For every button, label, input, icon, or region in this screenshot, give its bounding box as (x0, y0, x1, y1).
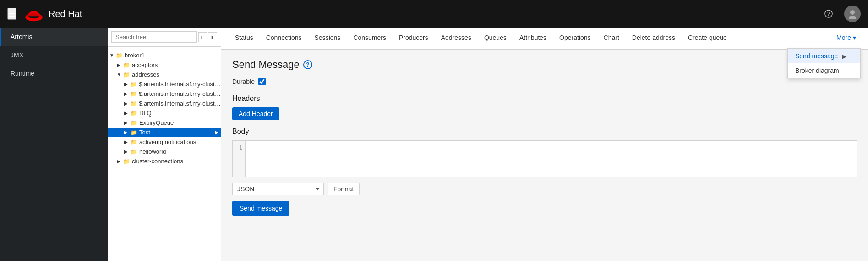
page-title-row: Send Message ? (232, 59, 857, 71)
tree-search-bar: □ ∎ (108, 28, 221, 47)
expand-arrow-test: ▶ (124, 130, 130, 135)
folder-icon: 📁 (123, 62, 130, 68)
durable-checkbox[interactable] (258, 78, 266, 85)
tree-node-label-broker1: broker1 (125, 52, 145, 59)
tree-content: ▼ 📁 broker1 ▶ 📁 acceptors ▼ 📁 addresses … (108, 47, 221, 261)
tree-node-expiryqueue[interactable]: ▶ 📁 ExpiryQueue (108, 118, 221, 128)
tab-consumers[interactable]: Consumers (347, 28, 393, 49)
expand-arrow-addresses: ▼ (117, 72, 122, 77)
folder-icon: 📁 (131, 120, 137, 126)
cursor-icon: ▶ (842, 53, 846, 60)
help-icon: ? (824, 10, 833, 18)
editor-content[interactable] (246, 141, 857, 177)
format-button[interactable]: Format (328, 183, 360, 195)
tree-node-label-cluster-connections: cluster-connections (132, 158, 183, 165)
expand-arrow-acceptors: ▶ (117, 62, 122, 67)
headers-section-title: Headers (232, 94, 857, 103)
folder-icon: 📁 (130, 91, 137, 97)
tab-status[interactable]: Status (229, 28, 260, 49)
tree-node-artemis2[interactable]: ▶ 📁 $.artemis.internal.sf.my-cluster.... (108, 89, 221, 99)
tab-connections[interactable]: Connections (260, 28, 308, 49)
tree-node-helloworld[interactable]: ▶ 📁 helloworld (108, 147, 221, 156)
brand-name: Red Hat (49, 9, 82, 19)
dropdown-item-broker-diagram[interactable]: Broker diagram (788, 63, 860, 78)
avatar-icon (847, 9, 857, 19)
tab-attributes[interactable]: Attributes (513, 28, 553, 49)
tree-node-label-test: Test (139, 129, 150, 136)
redhat-hat-icon (24, 6, 44, 22)
tree-node-label-artemis1: $.artemis.internal.sf.my-cluster.... (139, 81, 221, 88)
svg-text:?: ? (827, 11, 830, 17)
help-button[interactable]: ? (820, 6, 837, 22)
svg-point-5 (849, 16, 856, 19)
expand-arrow-artemis3: ▶ (124, 101, 129, 106)
tree-panel: □ ∎ ▼ 📁 broker1 ▶ 📁 acceptors ▼ 📁 addres… (108, 28, 221, 261)
folder-icon: 📁 (123, 158, 130, 165)
tree-node-label-artemis2: $.artemis.internal.sf.my-cluster.... (139, 90, 221, 97)
sidebar: Artemis JMX Runtime (0, 28, 108, 261)
tab-sessions[interactable]: Sessions (308, 28, 347, 49)
content-area: Status Connections Sessions Consumers Pr… (221, 28, 868, 261)
folder-icon: 📁 (131, 139, 137, 145)
tree-node-cluster-connections[interactable]: ▶ 📁 cluster-connections (108, 156, 221, 166)
expand-arrow-cluster-connections: ▶ (117, 159, 122, 164)
brand-logo: Red Hat (24, 6, 82, 22)
folder-icon: 📁 (130, 81, 137, 88)
help-circle-icon[interactable]: ? (303, 60, 312, 69)
expand-arrow-expiryqueue: ▶ (124, 120, 130, 125)
folder-icon: 📁 (130, 100, 137, 107)
tree-node-artemis3[interactable]: ▶ 📁 $.artemis.internal.sf.my-cluster.... (108, 99, 221, 108)
tree-node-test[interactable]: ▶ 📁 Test ▶ (108, 128, 221, 137)
send-message-button[interactable]: Send message (232, 201, 289, 216)
tree-node-dlq[interactable]: ▶ 📁 DLQ (108, 108, 221, 118)
dropdown-item-send-message[interactable]: Send message ▶ (788, 49, 860, 63)
tree-node-acceptors[interactable]: ▶ 📁 acceptors (108, 60, 221, 70)
user-avatar[interactable] (844, 6, 861, 22)
sidebar-item-runtime[interactable]: Runtime (0, 64, 108, 83)
tree-expand-all-button[interactable]: □ (198, 32, 207, 42)
durable-row: Durable (232, 78, 857, 85)
folder-icon: 📁 (131, 129, 137, 136)
body-editor: 1 (232, 140, 857, 177)
format-row: JSON XML Plain Text Format (232, 183, 857, 195)
folder-icon: 📁 (131, 110, 137, 117)
tab-more[interactable]: More ▾ Send message ▶ Broker diagram (832, 28, 861, 49)
tab-chart[interactable]: Chart (597, 28, 626, 49)
tab-create-queue[interactable]: Create queue (682, 28, 733, 49)
expand-arrow-helloworld: ▶ (124, 149, 130, 154)
tree-node-artemis1[interactable]: ▶ 📁 $.artemis.internal.sf.my-cluster.... (108, 79, 221, 89)
tree-node-activemq[interactable]: ▶ 📁 activemq.notifications (108, 137, 221, 147)
tab-producers[interactable]: Producers (393, 28, 435, 49)
durable-label: Durable (232, 78, 255, 85)
sidebar-item-artemis[interactable]: Artemis (0, 28, 108, 46)
folder-icon: 📁 (116, 52, 123, 59)
expand-arrow-artemis1: ▶ (124, 82, 129, 87)
tab-bar: Status Connections Sessions Consumers Pr… (221, 28, 868, 50)
tree-node-addresses[interactable]: ▼ 📁 addresses (108, 70, 221, 79)
tab-operations[interactable]: Operations (553, 28, 597, 49)
sidebar-item-jmx[interactable]: JMX (0, 46, 108, 64)
svg-point-4 (850, 10, 855, 15)
more-dropdown-menu: Send message ▶ Broker diagram (787, 48, 861, 78)
expand-arrow-dlq: ▶ (124, 111, 130, 116)
body-section-title: Body (232, 128, 857, 136)
folder-icon: 📁 (131, 149, 137, 155)
tree-node-label-helloworld: helloworld (139, 148, 166, 155)
expand-arrow-artemis2: ▶ (124, 91, 129, 96)
tree-node-label-expiryqueue: ExpiryQueue (139, 119, 174, 126)
expand-arrow-activemq: ▶ (124, 139, 130, 144)
expand-arrow-broker1: ▼ (109, 53, 115, 58)
tree-node-label-addresses: addresses (132, 71, 159, 78)
tab-queues[interactable]: Queues (478, 28, 513, 49)
navbar: ☰ Red Hat ? (0, 0, 868, 28)
tab-addresses[interactable]: Addresses (435, 28, 478, 49)
hamburger-button[interactable]: ☰ (7, 8, 16, 20)
tree-node-arrow-right: ▶ (215, 130, 221, 135)
format-select[interactable]: JSON XML Plain Text (232, 183, 324, 195)
tree-search-input[interactable] (111, 31, 197, 43)
tree-collapse-all-button[interactable]: ∎ (208, 32, 217, 42)
tree-node-broker1[interactable]: ▼ 📁 broker1 (108, 50, 221, 60)
tab-delete-address[interactable]: Delete address (626, 28, 682, 49)
line-number-1: 1 (235, 144, 242, 151)
add-header-button[interactable]: Add Header (232, 107, 279, 120)
